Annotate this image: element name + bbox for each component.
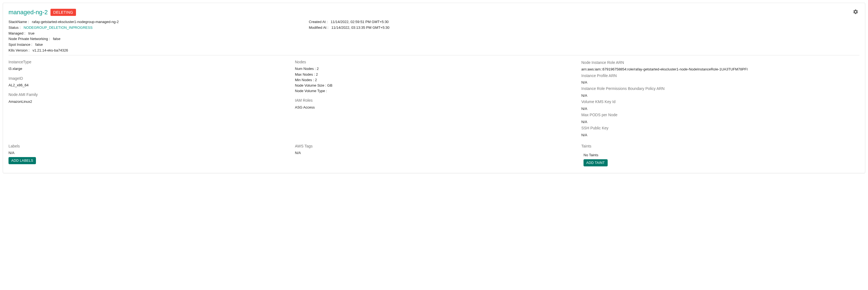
kms-value: N/A: [581, 106, 860, 111]
title-group: managed-ng-2 DELETING: [8, 9, 76, 16]
perm-boundary-value: N/A: [581, 93, 860, 98]
managed-row: Managed : true: [8, 31, 298, 36]
meta-left-column: StackName : rafay-getstarted-ekscluster1…: [8, 19, 298, 54]
k8s-version-value: v1.21.14-eks-ba74326: [32, 48, 68, 52]
nodes-group: Nodes Num Nodes : 2 Max Nodes : 2 Min No…: [295, 59, 573, 94]
spot-instance-row: Spot Instance : false: [8, 42, 298, 48]
stack-name-row: StackName : rafay-getstarted-ekscluster1…: [8, 19, 298, 25]
aws-tags-title: AWS Tags: [295, 143, 573, 150]
k8s-version-label: K8s Version :: [8, 48, 30, 52]
created-at-row: Created At : 11/14/2022, 02:59:51 PM GMT…: [309, 19, 860, 25]
image-id-group: ImageID AL2_x86_64: [8, 76, 287, 88]
gear-icon: [853, 11, 859, 15]
labels-group: Labels N/A ADD LABELS: [8, 143, 287, 166]
num-nodes: Num Nodes : 2: [295, 66, 573, 71]
modified-at-label: Modified At :: [309, 26, 329, 30]
spot-instance-value: false: [35, 42, 43, 46]
instance-profile-value: N/A: [581, 80, 860, 85]
taints-value: No Taints: [581, 152, 860, 158]
instance-profile-title: Instance Profile ARN: [581, 73, 860, 79]
taints-group: Taints No Taints ADD TAINT: [581, 143, 860, 166]
iam-roles-value: ASG Access: [295, 105, 573, 110]
min-nodes: Min Nodes : 2: [295, 77, 573, 83]
node-private-label: Node Private Networking :: [8, 37, 50, 41]
status-value: NODEGROUP_DELETION_INPROGRESS: [24, 26, 92, 30]
kms-title: Volume KMS Key Id: [581, 99, 860, 105]
nodegroup-title: managed-ng-2: [8, 9, 48, 16]
node-volume-type: Node Volume Type :: [295, 88, 573, 94]
stack-name-label: StackName :: [8, 20, 29, 24]
header-row: managed-ng-2 DELETING: [8, 8, 860, 17]
iam-roles-title: IAM Roles: [295, 98, 573, 104]
k8s-version-row: K8s Version : v1.21.14-eks-ba74326: [8, 48, 298, 54]
node-volume-size: Node Volume Size : GB: [295, 83, 573, 88]
instance-type-group: InstanceType t3.xlarge: [8, 59, 287, 72]
stack-name-value: rafay-getstarted-ekscluster1-nodegroup-m…: [32, 20, 119, 24]
ssh-value: N/A: [581, 132, 860, 138]
node-instance-role-value: arn:aws:iam::679196758854:role/rafay-get…: [581, 67, 860, 72]
created-at-label: Created At :: [309, 20, 328, 24]
created-at-value: 11/14/2022, 02:59:51 PM GMT+5:30: [331, 20, 389, 24]
details-col-2: Nodes Num Nodes : 2 Max Nodes : 2 Min No…: [295, 59, 573, 138]
modified-at-row: Modified At : 11/14/2022, 03:13:35 PM GM…: [309, 25, 860, 31]
image-id-title: ImageID: [8, 76, 287, 82]
aws-tags-value: N/A: [295, 150, 573, 156]
details-col-3: Node Instance Role ARN arn:aws:iam::6791…: [581, 59, 860, 138]
ssh-title: SSH Public Key: [581, 125, 860, 131]
details-section: InstanceType t3.xlarge ImageID AL2_x86_6…: [8, 55, 860, 166]
max-pods-value: N/A: [581, 119, 860, 125]
modified-at-value: 11/14/2022, 03:13:35 PM GMT+5:30: [332, 26, 389, 30]
node-ami-value: AmazonLinux2: [8, 99, 287, 104]
labels-title: Labels: [8, 143, 287, 150]
details-col-1: InstanceType t3.xlarge ImageID AL2_x86_6…: [8, 59, 287, 138]
nodes-title: Nodes: [295, 59, 573, 65]
managed-label: Managed :: [8, 31, 25, 35]
node-instance-role-title: Node Instance Role ARN: [581, 60, 860, 66]
image-id-value: AL2_x86_64: [8, 83, 287, 88]
max-pods-title: Max PODS per Node: [581, 112, 860, 118]
node-private-value: false: [53, 37, 60, 41]
status-label: Status :: [8, 26, 21, 30]
add-taint-button[interactable]: ADD TAINT: [584, 159, 608, 166]
node-private-row: Node Private Networking : false: [8, 36, 298, 42]
perm-boundary-title: Instance Role Permissions Boundary Polic…: [581, 86, 860, 92]
iam-roles-group: IAM Roles ASG Access: [295, 98, 573, 110]
add-labels-button[interactable]: ADD LABELS: [8, 157, 36, 164]
aws-tags-group: AWS Tags N/A: [295, 143, 573, 166]
labels-value: N/A: [8, 150, 287, 156]
meta-section: StackName : rafay-getstarted-ekscluster1…: [8, 19, 860, 55]
nodegroup-card: managed-ng-2 DELETING StackName : rafay-…: [3, 3, 865, 173]
status-row: Status : NODEGROUP_DELETION_INPROGRESS: [8, 25, 298, 31]
settings-button[interactable]: [852, 8, 860, 17]
instance-type-value: t3.xlarge: [8, 66, 287, 71]
status-badge: DELETING: [51, 9, 76, 16]
managed-value: true: [28, 31, 34, 35]
max-nodes: Max Nodes : 2: [295, 72, 573, 77]
instance-type-title: InstanceType: [8, 59, 287, 65]
node-ami-title: Node AMI Family: [8, 92, 287, 98]
spot-instance-label: Spot Instance :: [8, 42, 32, 46]
meta-right-column: Created At : 11/14/2022, 02:59:51 PM GMT…: [309, 19, 860, 54]
taints-title: Taints: [581, 143, 860, 150]
node-ami-group: Node AMI Family AmazonLinux2: [8, 92, 287, 104]
